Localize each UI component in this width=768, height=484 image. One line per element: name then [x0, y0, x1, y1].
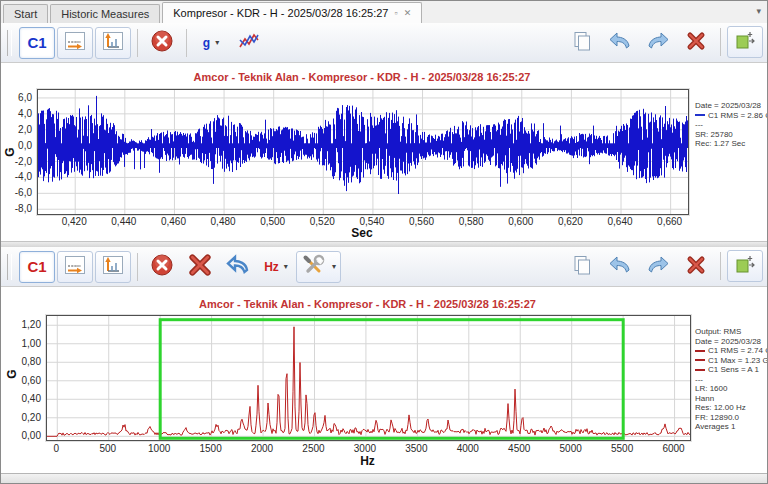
- channel-label: C1: [27, 258, 46, 275]
- waveform-plot-area[interactable]: [37, 89, 689, 215]
- red-x-icon: [685, 254, 707, 279]
- redo-arrow-icon: [645, 254, 671, 279]
- spectrum-toolbar: C1 Hz ▾ ▾: [1, 247, 768, 287]
- layout-resize-button[interactable]: [727, 26, 763, 58]
- red-circle-x-icon: [150, 29, 174, 56]
- waveform-trace: [39, 96, 688, 194]
- legend-line: Output: RMS: [695, 327, 767, 337]
- y-tick-label: 1,20: [22, 319, 41, 330]
- x-tick-label: 3500: [405, 443, 427, 454]
- toolbar-separator: [720, 28, 721, 56]
- legend-line: C1 Max = 1.23 G: [695, 356, 767, 366]
- redo-button[interactable]: [640, 250, 676, 282]
- toolbar-grip[interactable]: [7, 30, 12, 56]
- overlay-curves-button[interactable]: [231, 27, 267, 59]
- toolbar-separator: [137, 253, 138, 281]
- undo-zoom-button[interactable]: [220, 251, 256, 283]
- tab-active-measurement[interactable]: Kompresor - KDR - H - 2025/03/28 16:25:2…: [162, 2, 422, 23]
- copy-icon: [571, 254, 593, 279]
- x-axis-scale-button[interactable]: [57, 27, 93, 59]
- red-x-icon: [188, 253, 212, 280]
- x-tick-label: 4500: [508, 443, 530, 454]
- x-tick-label: 2000: [251, 443, 273, 454]
- legend-line: Date = 2025/03/28: [695, 101, 767, 111]
- x-tick-label: 5000: [560, 443, 582, 454]
- toolbar-grip[interactable]: [7, 254, 12, 280]
- toolbar-separator: [186, 29, 187, 57]
- close-channel-button[interactable]: [144, 251, 180, 283]
- x-tick-label: 4000: [457, 443, 479, 454]
- legend-marker: [695, 350, 705, 352]
- y-tick-label: 0,00: [22, 430, 41, 441]
- status-bar: [1, 473, 768, 484]
- y-axis-scale-button[interactable]: [95, 27, 131, 59]
- green-resize-icon: [734, 30, 756, 55]
- close-channel-button[interactable]: [144, 27, 180, 59]
- y-tick-label: 0,20: [22, 411, 41, 422]
- legend-marker: [695, 114, 705, 116]
- unit-dropdown[interactable]: Hz ▾: [258, 251, 294, 283]
- legend-line: ---: [695, 120, 767, 130]
- tab-historic-measures[interactable]: Historic Measures: [50, 4, 160, 23]
- x-axis-scale-button[interactable]: [57, 251, 93, 283]
- y-tick-label: 1,00: [22, 337, 41, 348]
- tools-dropdown[interactable]: ▾: [296, 251, 341, 283]
- legend-line: Averages 1: [695, 422, 767, 432]
- x-tick-label: 5500: [611, 443, 633, 454]
- channel-c1-button[interactable]: C1: [19, 27, 55, 59]
- y-tick-label: 2,0: [18, 123, 32, 134]
- copy-button[interactable]: [564, 250, 600, 282]
- chevron-down-icon: ▾: [215, 38, 219, 47]
- legend-line: C1 RMS = 2.74 G: [695, 346, 767, 356]
- legend-marker: [695, 369, 705, 371]
- copy-button[interactable]: [564, 26, 600, 58]
- y-tick-label: -6,0: [15, 187, 32, 198]
- redo-arrow-icon: [645, 30, 671, 55]
- tab-close-icon[interactable]: ✕: [404, 3, 412, 23]
- legend-line: SR: 25780: [695, 130, 767, 140]
- toolbar-right-group: [563, 250, 764, 282]
- tools-icon: [301, 253, 327, 280]
- green-resize-icon: [734, 254, 756, 279]
- toolbar-separator: [720, 252, 721, 280]
- undo-button[interactable]: [602, 26, 638, 58]
- unit-label: Hz: [264, 260, 279, 274]
- waveform-toolbar: C1 g ▾: [1, 23, 768, 63]
- spectrum-plot-area[interactable]: [46, 315, 691, 441]
- undo-button[interactable]: [602, 250, 638, 282]
- layout-resize-button[interactable]: [727, 250, 763, 282]
- delete-button[interactable]: [678, 26, 714, 58]
- legend-line: C1 Sens = A 1: [695, 365, 767, 375]
- chevron-down-icon: ▾: [284, 262, 288, 271]
- tab-overflow-icon[interactable]: ▾: [756, 6, 761, 16]
- x-tick-label: 3000: [354, 443, 376, 454]
- delete-button[interactable]: [678, 250, 714, 282]
- tab-label: Kompresor - KDR - H - 2025/03/28 16:25:2…: [173, 3, 388, 23]
- unit-label: g: [203, 36, 210, 50]
- x-tick-label: 6000: [662, 443, 684, 454]
- toolbar-right-group: [563, 26, 764, 58]
- remove-curve-button[interactable]: [182, 251, 218, 283]
- toolbar-separator: [137, 29, 138, 57]
- x-tick-label: 0: [54, 443, 60, 454]
- y-axis-scale-button[interactable]: [95, 251, 131, 283]
- chevron-down-icon: ▾: [332, 262, 336, 271]
- y-tick-label: -2,0: [15, 155, 32, 166]
- y-tick-label: 0,60: [22, 374, 41, 385]
- curves-icon: [237, 30, 261, 55]
- channel-c1-button[interactable]: C1: [19, 251, 55, 283]
- undo-arrow-icon: [225, 253, 251, 280]
- redo-button[interactable]: [640, 26, 676, 58]
- legend-line: C1 RMS = 2.86 G: [695, 111, 767, 121]
- y-tick-label: 4,0: [18, 107, 32, 118]
- x-tick-label: 1000: [148, 443, 170, 454]
- unit-dropdown[interactable]: g ▾: [193, 27, 229, 59]
- red-x-icon: [685, 30, 707, 55]
- vibration-analysis-window: Start Historic Measures Kompresor - KDR …: [0, 0, 768, 484]
- copy-icon: [571, 30, 593, 55]
- tab-start[interactable]: Start: [3, 4, 48, 23]
- y-tick-label: -8,0: [15, 203, 32, 214]
- tab-pin-icon[interactable]: ▫: [395, 3, 398, 23]
- y-tick-label: 0,80: [22, 356, 41, 367]
- red-circle-x-icon: [150, 253, 174, 280]
